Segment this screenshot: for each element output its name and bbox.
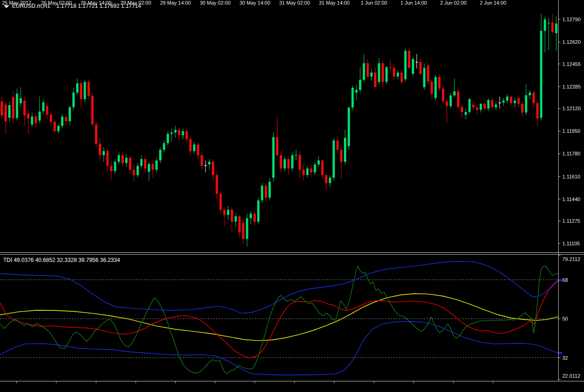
price-axis[interactable] xyxy=(558,0,584,381)
pane-separator[interactable] xyxy=(0,251,584,255)
chart-window: EURUSD.m,H1 1.17718 1.17721 1.17692 1.17… xyxy=(0,0,584,392)
main-chart-area[interactable] xyxy=(0,0,558,252)
time-axis[interactable] xyxy=(0,381,584,392)
indicator-chart-area[interactable] xyxy=(0,255,558,381)
